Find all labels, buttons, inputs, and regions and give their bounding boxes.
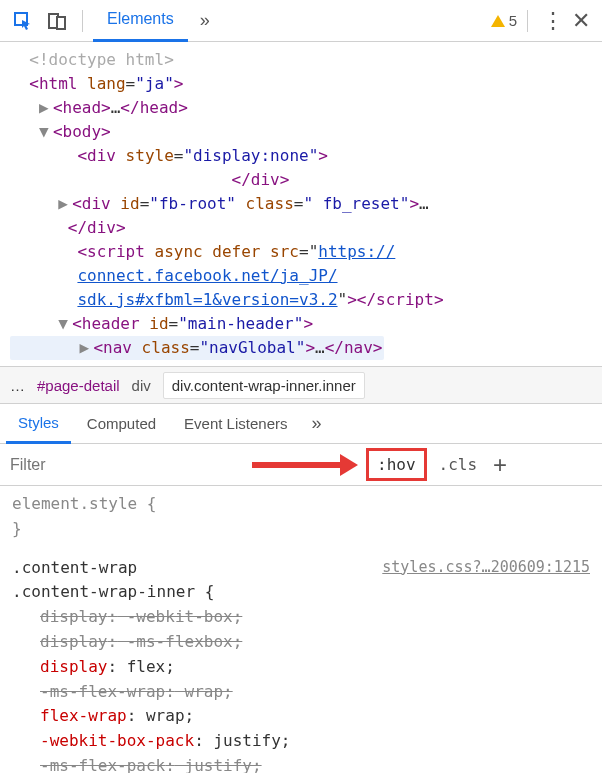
- source-link[interactable]: styles.css?…200609:1215: [382, 556, 590, 579]
- css-declaration[interactable]: display: -ms-flexbox;: [12, 630, 590, 655]
- tab-computed[interactable]: Computed: [75, 404, 168, 444]
- more-tabs-chevron-icon[interactable]: »: [303, 413, 329, 434]
- tab-elements[interactable]: Elements: [93, 0, 188, 42]
- breadcrumb-segment-active[interactable]: div.content-wrap-inner.inner: [163, 372, 365, 399]
- cls-toggle[interactable]: .cls: [439, 455, 478, 474]
- hover-states-toggle[interactable]: :hov: [366, 448, 427, 481]
- tab-styles[interactable]: Styles: [6, 404, 71, 444]
- close-icon[interactable]: ✕: [568, 8, 594, 34]
- divider: [82, 10, 83, 32]
- svg-rect-2: [57, 17, 65, 29]
- warning-count: 5: [509, 12, 517, 29]
- css-declaration[interactable]: -webkit-box-pack: justify;: [12, 729, 590, 754]
- inspect-element-icon[interactable]: [8, 6, 38, 36]
- css-declaration[interactable]: -ms-flex-pack: justify;: [12, 754, 590, 773]
- expand-arrow-icon[interactable]: ▶: [58, 192, 72, 216]
- element-style-selector[interactable]: element.style {: [12, 494, 157, 513]
- collapse-arrow-icon[interactable]: ▼: [58, 312, 72, 336]
- breadcrumb-overflow[interactable]: …: [10, 377, 25, 394]
- more-tabs-chevron-icon[interactable]: »: [192, 10, 218, 31]
- css-declaration[interactable]: display: -webkit-box;: [12, 605, 590, 630]
- devtools-toolbar: Elements » 5 ⋮ ✕: [0, 0, 602, 42]
- css-declaration[interactable]: display: flex;: [12, 655, 590, 680]
- styles-filter-input[interactable]: [8, 455, 212, 475]
- css-declaration[interactable]: -ms-flex-wrap: wrap;: [12, 680, 590, 705]
- styles-filter-row: :hov .cls +: [0, 444, 602, 486]
- warning-triangle-icon: [491, 15, 505, 27]
- breadcrumb-segment[interactable]: div: [132, 377, 151, 394]
- breadcrumb-segment[interactable]: #page-detail: [37, 377, 120, 394]
- css-selector[interactable]: .content-wrap-inner {: [12, 580, 590, 605]
- collapse-arrow-icon[interactable]: ▼: [39, 120, 53, 144]
- new-style-rule-icon[interactable]: +: [489, 451, 511, 479]
- breadcrumb: … #page-detail div div.content-wrap-inne…: [0, 366, 602, 404]
- warnings-badge[interactable]: 5: [491, 12, 517, 29]
- expand-arrow-icon[interactable]: ▶: [39, 96, 53, 120]
- kebab-menu-icon[interactable]: ⋮: [538, 8, 564, 34]
- dom-tree[interactable]: <!doctype html> <html lang="ja"> ▶<head>…: [0, 42, 602, 366]
- styles-pane: element.style { } styles.css?…200609:121…: [0, 486, 602, 773]
- dom-selected-node[interactable]: ▶<nav class="navGlobal">…</nav>: [10, 336, 384, 360]
- annotation-arrow-icon: [252, 462, 342, 468]
- styles-tabs: Styles Computed Event Listeners »: [0, 404, 602, 444]
- expand-arrow-icon[interactable]: ▶: [79, 336, 93, 360]
- divider: [527, 10, 528, 32]
- css-declaration[interactable]: flex-wrap: wrap;: [12, 704, 590, 729]
- device-toolbar-icon[interactable]: [42, 6, 72, 36]
- tab-event-listeners[interactable]: Event Listeners: [172, 404, 299, 444]
